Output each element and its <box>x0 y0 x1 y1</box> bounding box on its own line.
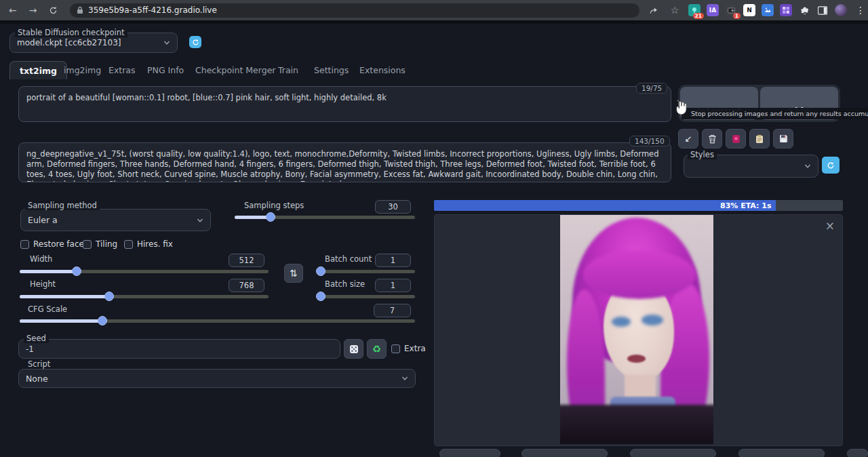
url-text: 359e5b9a-a5ff-4216.gradio.live <box>88 5 217 15</box>
batch-count-slider[interactable] <box>317 270 415 273</box>
reuse-seed-button[interactable]: ♻ <box>367 339 387 359</box>
batch-size-slider[interactable] <box>317 295 415 298</box>
seed-input[interactable]: -1 <box>18 339 340 359</box>
sampling-method-value: Euler a <box>28 215 58 225</box>
hires-fix-box[interactable] <box>124 240 133 249</box>
result-action-button-1[interactable] <box>439 449 500 457</box>
seed-extra-checkbox[interactable]: Extra <box>391 344 426 353</box>
address-bar[interactable]: 359e5b9a-a5ff-4216.gradio.live <box>70 3 639 18</box>
tiling-box[interactable] <box>83 240 92 249</box>
sampling-steps-label: Sampling steps <box>241 201 307 210</box>
bookmark-star-icon[interactable]: ☆ <box>667 3 682 18</box>
browser-toolbar: ← → 359e5b9a-a5ff-4216.gradio.live ☆ 21 … <box>0 0 868 20</box>
paste-generation-params-button[interactable]: ↙ <box>678 129 698 148</box>
trash-icon <box>708 134 717 144</box>
random-seed-button[interactable] <box>344 339 363 359</box>
tab-extensions[interactable]: Extensions <box>350 61 415 79</box>
script-label: Script <box>25 359 53 369</box>
restore-faces-checkbox[interactable]: Restore faces <box>20 239 88 249</box>
apply-styles-button[interactable] <box>749 129 770 148</box>
width-label: Width <box>27 254 55 264</box>
tab-train[interactable]: Train <box>269 61 308 79</box>
progress-bar: 83% ETA: 1s <box>434 200 843 211</box>
result-action-button-3[interactable] <box>630 449 716 457</box>
styles-refresh-button[interactable] <box>822 157 840 174</box>
height-label: Height <box>27 279 58 289</box>
extension-office-icon[interactable] <box>780 4 792 16</box>
height-input[interactable]: 768 <box>229 279 264 292</box>
forward-icon[interactable]: → <box>26 3 41 18</box>
paste-icon: ↙ <box>685 134 692 144</box>
tab-png-info[interactable]: PNG Info <box>138 61 193 79</box>
width-slider[interactable] <box>20 270 269 273</box>
styles-label: Styles <box>688 150 717 159</box>
restore-faces-box[interactable] <box>20 240 29 249</box>
prompt-token-counter: 19/75 <box>636 83 667 94</box>
clear-prompt-button[interactable] <box>702 129 722 148</box>
extra-networks-card-icon <box>732 134 741 144</box>
batch-count-input[interactable]: 1 <box>375 254 411 267</box>
batch-count-label: Batch count <box>322 254 374 264</box>
generated-image[interactable] <box>560 215 713 444</box>
width-input[interactable]: 512 <box>229 254 264 267</box>
seed-label: Seed <box>24 334 49 343</box>
sampling-steps-slider[interactable] <box>235 216 415 219</box>
cfg-scale-label: CFG Scale <box>25 304 70 314</box>
recycle-icon: ♻ <box>372 343 381 355</box>
mouse-cursor <box>673 99 691 122</box>
prompt-input[interactable]: portrait of a beautiful [woman::0.1] rob… <box>18 86 671 122</box>
extension-pin-icon[interactable]: 21 <box>688 4 701 16</box>
extensions-puzzle-icon[interactable] <box>798 4 810 16</box>
clipboard-icon <box>755 134 764 144</box>
swap-icon: ⇅ <box>290 268 298 279</box>
swap-width-height-button[interactable]: ⇅ <box>284 264 303 283</box>
negative-prompt-input[interactable]: ng_deepnegative_v1_75t, (worst quality, … <box>18 142 671 182</box>
batch-size-input[interactable]: 1 <box>375 279 411 292</box>
interrupt-tooltip: Stop processing images and return any re… <box>682 108 868 119</box>
extension-ia-icon[interactable]: IA <box>707 4 719 16</box>
extension-grabber-icon[interactable]: 1 <box>725 4 737 16</box>
chrome-menu-icon[interactable]: ⋮ <box>853 3 868 18</box>
checkpoint-label: Stable Diffusion checkpoint <box>15 28 127 37</box>
progress-fill: 83% ETA: 1s <box>434 200 776 211</box>
save-style-button[interactable] <box>773 129 793 148</box>
sampling-steps-input[interactable]: 30 <box>375 200 411 214</box>
image-viewer-panel: × <box>434 214 843 446</box>
height-slider[interactable] <box>20 295 269 298</box>
share-icon[interactable] <box>646 3 661 18</box>
result-action-button-2[interactable] <box>521 449 608 457</box>
cfg-scale-input[interactable]: 7 <box>374 304 411 317</box>
floppy-disk-icon <box>779 134 788 143</box>
extension-pin-badge: 21 <box>693 13 704 20</box>
extension-image-icon[interactable] <box>762 4 774 16</box>
hires-fix-checkbox[interactable]: Hires. fix <box>124 239 173 249</box>
extra-networks-button[interactable] <box>726 129 746 148</box>
page-top-divider <box>0 20 868 24</box>
extension-notion-icon[interactable]: N <box>743 4 755 16</box>
script-dropdown[interactable]: None <box>18 369 416 388</box>
batch-size-label: Batch size <box>322 279 368 289</box>
reload-icon[interactable] <box>45 3 60 18</box>
extension-grabber-badge: 1 <box>733 13 741 20</box>
tiling-checkbox[interactable]: Tiling <box>83 239 117 249</box>
checkpoint-refresh-button[interactable] <box>189 36 201 48</box>
checkpoint-value: model.ckpt [cc6cb27103] <box>17 38 121 47</box>
sampling-method-dropdown[interactable]: Euler a <box>20 209 211 231</box>
lock-icon <box>77 6 83 14</box>
script-value: None <box>26 374 48 384</box>
dice-icon <box>349 344 359 354</box>
close-icon[interactable]: × <box>825 220 835 232</box>
result-action-button-5[interactable] <box>847 449 868 457</box>
seed-extra-box[interactable] <box>391 344 400 353</box>
result-action-button-4[interactable] <box>738 449 825 457</box>
sampling-method-label: Sampling method <box>25 201 100 210</box>
back-icon[interactable]: ← <box>5 3 20 18</box>
side-panel-icon[interactable] <box>816 4 829 16</box>
cfg-scale-slider[interactable] <box>20 319 415 323</box>
negative-token-counter: 143/150 <box>629 136 670 146</box>
progress-text: 83% ETA: 1s <box>720 201 771 210</box>
profile-avatar[interactable] <box>835 4 847 16</box>
